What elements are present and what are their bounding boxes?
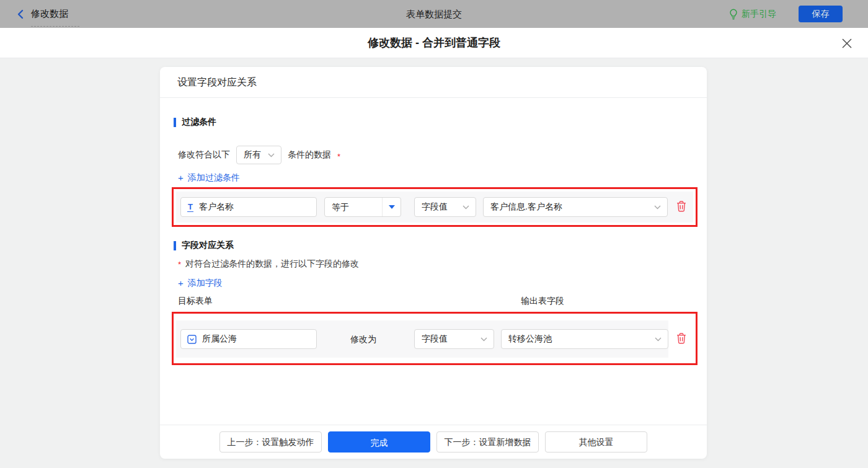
beginner-guide-label: 新手引导 — [742, 9, 776, 20]
chevron-down-icon — [268, 153, 281, 157]
mapping-value-type-select[interactable]: 字段值 — [414, 329, 494, 349]
target-field-input[interactable]: 所属公海 — [180, 329, 317, 349]
filter-section-title: 过滤条件 — [174, 117, 216, 128]
mapping-row-highlight: 所属公海 修改为 字段值 转移公海池 — [172, 312, 698, 365]
caret-down-icon[interactable] — [382, 198, 401, 216]
add-field-link[interactable]: + 添加字段 — [178, 278, 223, 289]
select-field-icon — [187, 335, 197, 344]
chevron-down-icon — [480, 337, 494, 342]
other-settings-button[interactable]: 其他设置 — [545, 431, 647, 453]
operator-select[interactable]: 等于 — [324, 197, 401, 217]
modify-to-label: 修改为 — [350, 329, 376, 349]
settings-card: 设置字段对应关系 过滤条件 修改符合以下 所有 条件的数据 * + 添 — [160, 67, 707, 459]
mapping-value-select[interactable]: 转移公海池 — [501, 329, 668, 349]
card-footer: 上一步：设置触发动作 完成 下一步：设置新增数据 其他设置 — [160, 425, 707, 459]
trash-icon — [676, 201, 686, 212]
close-icon[interactable] — [841, 37, 853, 50]
required-mark: * — [337, 152, 340, 161]
next-step-button[interactable]: 下一步：设置新增数据 — [436, 431, 539, 453]
plus-icon: + — [178, 174, 184, 182]
delete-mapping-row-button[interactable] — [676, 333, 686, 344]
filter-condition-row: 修改符合以下 所有 条件的数据 * — [178, 146, 340, 164]
delete-filter-row-button[interactable] — [676, 201, 686, 212]
section-accent-bar — [174, 241, 176, 250]
mapping-note: * 对符合过滤条件的数据，进行以下字段的修改 — [178, 258, 359, 270]
beginner-guide-button[interactable]: 新手引导 — [729, 0, 776, 28]
modal-body: 设置字段对应关系 过滤条件 修改符合以下 所有 条件的数据 * + 添 — [0, 58, 868, 468]
app-screen: 修改数据 表单数据提交 新手引导 保存 修改数据 - 合并到普通字段 设置字段对… — [0, 0, 868, 468]
done-button[interactable]: 完成 — [328, 431, 430, 453]
filter-row-highlight: T 客户名称 等于 字段值 客户信息.客户名称 — [172, 187, 698, 227]
plus-icon: + — [178, 279, 184, 288]
condition-suffix-label: 条件的数据 — [288, 149, 331, 161]
match-mode-select[interactable]: 所有 — [236, 146, 281, 164]
topbar: 修改数据 表单数据提交 新手引导 保存 — [0, 0, 868, 28]
modal-header: 修改数据 - 合并到普通字段 — [0, 28, 868, 58]
value-type-select[interactable]: 字段值 — [414, 197, 476, 217]
mapping-section-title: 字段对应关系 — [174, 240, 234, 251]
required-mark: * — [178, 260, 181, 269]
save-button[interactable]: 保存 — [799, 6, 843, 22]
modal-title: 修改数据 - 合并到普通字段 — [0, 28, 868, 58]
prev-step-button[interactable]: 上一步：设置触发动作 — [219, 431, 322, 453]
chevron-down-icon — [654, 205, 667, 210]
target-form-column-label: 目标表单 — [178, 296, 213, 307]
condition-prefix-label: 修改符合以下 — [178, 149, 230, 161]
lightbulb-icon — [729, 9, 738, 20]
trash-icon — [676, 333, 686, 344]
section-accent-bar — [174, 118, 176, 127]
value-field-select[interactable]: 客户信息.客户名称 — [483, 197, 668, 217]
add-filter-condition-link[interactable]: + 添加过滤条件 — [178, 172, 240, 183]
filter-field-input[interactable]: T 客户名称 — [180, 197, 317, 217]
chevron-down-icon — [463, 205, 476, 210]
card-title: 设置字段对应关系 — [160, 67, 707, 98]
output-field-column-label: 输出表字段 — [521, 296, 564, 307]
chevron-down-icon — [655, 337, 668, 342]
text-field-icon: T — [187, 203, 193, 212]
